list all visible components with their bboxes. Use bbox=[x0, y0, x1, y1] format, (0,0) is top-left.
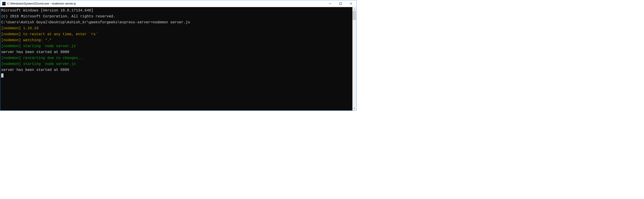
close-icon bbox=[350, 2, 352, 5]
terminal-output[interactable]: Microsoft Windows [Version 10.0.17134.64… bbox=[0, 7, 352, 110]
titlebar[interactable]: C:\ C:\Windows\System32\cmd.exe - nodemo… bbox=[0, 0, 356, 7]
terminal-line: Microsoft Windows [Version 10.0.17134.64… bbox=[1, 8, 352, 14]
scroll-up-arrow[interactable]: ▲ bbox=[352, 7, 356, 11]
window-controls bbox=[325, 0, 356, 7]
terminal-line: [nodemon] starting `node server.js` bbox=[1, 43, 352, 49]
terminal-cursor-line bbox=[1, 73, 352, 79]
maximize-button[interactable] bbox=[335, 0, 346, 7]
terminal-line: [nodemon] restarting due to changes... bbox=[1, 55, 352, 61]
cmd-window: C:\ C:\Windows\System32\cmd.exe - nodemo… bbox=[0, 0, 356, 111]
maximize-icon bbox=[340, 2, 342, 5]
terminal-line: [nodemon] 1.18.10 bbox=[1, 26, 352, 31]
terminal-line: server has been started at 8000 bbox=[1, 49, 352, 55]
scroll-down-arrow[interactable]: ▼ bbox=[352, 106, 356, 110]
terminal-line: [nodemon] watching: *.* bbox=[1, 37, 352, 43]
minimize-icon bbox=[329, 2, 331, 5]
terminal-area: Microsoft Windows [Version 10.0.17134.64… bbox=[0, 7, 356, 110]
vertical-scrollbar[interactable]: ▲ ▼ bbox=[352, 7, 356, 110]
app-icon: C:\ bbox=[2, 2, 6, 6]
terminal-line: C:\Users\Ashish Goyal\Desktop\Ashish_kr\… bbox=[1, 20, 352, 26]
minimize-button[interactable] bbox=[325, 0, 335, 7]
svg-rect-0 bbox=[340, 3, 342, 5]
window-title: C:\Windows\System32\cmd.exe - nodemon se… bbox=[7, 2, 325, 5]
close-button[interactable] bbox=[346, 0, 356, 7]
terminal-cursor bbox=[1, 74, 4, 78]
terminal-line: server has been started at 8000 bbox=[1, 67, 352, 73]
scrollbar-thumb[interactable] bbox=[353, 11, 356, 20]
terminal-line: (c) 2018 Microsoft Corporation. All righ… bbox=[1, 14, 352, 20]
terminal-line: [nodemon] to restart at any time, enter … bbox=[1, 31, 352, 37]
terminal-line: [nodemon] starting `node server.js` bbox=[1, 61, 352, 67]
